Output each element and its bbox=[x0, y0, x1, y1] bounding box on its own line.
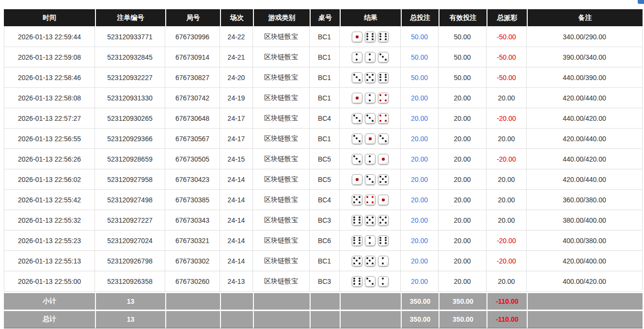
cell-result bbox=[340, 67, 401, 88]
die-face-3 bbox=[352, 113, 362, 124]
summary-valid-bet: 350.00 bbox=[439, 292, 487, 310]
cell-bet-id: 523120932227 bbox=[95, 67, 165, 88]
cell-time: 2026-01-13 22:58:46 bbox=[4, 67, 95, 88]
cut-off-corner-button[interactable] bbox=[638, 0, 644, 4]
die-face-2 bbox=[352, 52, 362, 63]
cell-table-no: BC4 bbox=[310, 190, 340, 210]
table-row: 2026-01-13 22:58:08 523120931330 6767307… bbox=[4, 88, 643, 108]
die-face-5 bbox=[352, 195, 362, 205]
cell-time: 2026-01-13 22:55:13 bbox=[4, 251, 95, 271]
summary-count: 13 bbox=[95, 310, 165, 329]
cell-round-id: 676730302 bbox=[165, 251, 220, 271]
cell-valid-bet: 20.00 bbox=[439, 88, 487, 108]
cell-round-id: 676730260 bbox=[165, 271, 220, 292]
cell-round-id: 676730914 bbox=[165, 47, 220, 67]
cell-total-bet: 20.00 bbox=[401, 108, 439, 129]
cell-remark: 420.00/400.00 bbox=[527, 251, 643, 271]
cell-table-no: BC1 bbox=[310, 251, 340, 271]
cell-remark: 340.00/290.00 bbox=[527, 26, 643, 47]
cell-total-bet: 20.00 bbox=[401, 88, 439, 108]
cell-payout: -20.00 bbox=[487, 149, 527, 169]
dice-result bbox=[341, 256, 399, 266]
cell-table-no: BC1 bbox=[310, 67, 340, 88]
cell-payout: 20.00 bbox=[487, 190, 527, 210]
die-face-1 bbox=[365, 133, 376, 144]
die-face-5 bbox=[352, 256, 362, 266]
die-face-6 bbox=[352, 276, 362, 287]
dice-result bbox=[341, 154, 399, 164]
dice-result bbox=[341, 174, 399, 185]
dice-result bbox=[341, 52, 399, 63]
cell-total-bet: 20.00 bbox=[401, 271, 439, 292]
die-face-6 bbox=[378, 235, 389, 246]
dice-result bbox=[341, 113, 399, 124]
cell-time: 2026-01-13 22:56:02 bbox=[4, 169, 95, 190]
cell-round-id: 676730423 bbox=[165, 169, 220, 190]
summary-empty-cell bbox=[527, 292, 643, 310]
cell-game-type: 区块链骰宝 bbox=[253, 88, 310, 108]
column-header-7: 总投注 bbox=[401, 9, 439, 26]
cell-valid-bet: 50.00 bbox=[439, 26, 487, 47]
cell-payout: -20.00 bbox=[487, 251, 527, 271]
column-header-10: 备注 bbox=[527, 9, 643, 26]
cell-game-type: 区块链骰宝 bbox=[253, 251, 310, 271]
cell-round-id: 676730648 bbox=[165, 108, 220, 129]
cell-table-no: BC5 bbox=[310, 169, 340, 190]
table-row: 2026-01-13 22:56:55 523120929366 6767305… bbox=[4, 129, 643, 149]
dice-result bbox=[341, 133, 399, 144]
die-face-1 bbox=[378, 195, 389, 205]
cell-total-bet: 20.00 bbox=[401, 210, 439, 230]
cell-session: 24-13 bbox=[220, 271, 253, 292]
cell-valid-bet: 50.00 bbox=[439, 67, 487, 88]
cell-bet-id: 523120932845 bbox=[95, 47, 165, 67]
cell-game-type: 区块链骰宝 bbox=[253, 26, 310, 47]
die-face-6 bbox=[352, 215, 362, 226]
cell-session: 24-17 bbox=[220, 108, 253, 129]
table-row: 2026-01-13 22:55:13 523120926798 6767303… bbox=[4, 251, 643, 271]
summary-empty-cell bbox=[340, 310, 401, 329]
cell-game-type: 区块链骰宝 bbox=[253, 230, 310, 251]
die-face-3 bbox=[365, 276, 376, 287]
cell-valid-bet: 20.00 bbox=[439, 190, 487, 210]
cell-table-no: BC4 bbox=[310, 108, 340, 129]
summary-label: 小计 bbox=[4, 292, 95, 310]
cell-result bbox=[340, 47, 401, 67]
table-row: 2026-01-13 22:55:23 523120927024 6767303… bbox=[4, 230, 643, 251]
cell-result bbox=[340, 149, 401, 169]
die-face-3 bbox=[352, 133, 362, 144]
cell-remark: 400.00/420.00 bbox=[527, 271, 643, 292]
cell-result bbox=[340, 169, 401, 190]
table-row: 2026-01-13 22:55:32 523120927227 6767303… bbox=[4, 210, 643, 230]
summary-payout: -110.00 bbox=[487, 310, 527, 329]
die-face-5 bbox=[365, 256, 376, 266]
cell-payout: -50.00 bbox=[487, 67, 527, 88]
cell-valid-bet: 20.00 bbox=[439, 271, 487, 292]
cell-valid-bet: 20.00 bbox=[439, 230, 487, 251]
table-header: 时间注单编号局号场次游戏类别桌号结果总投注有效投注总派彩备注 bbox=[4, 9, 643, 26]
summary-row: 小计 13 350.00 350.00 -110.00 bbox=[4, 292, 643, 310]
column-header-6: 结果 bbox=[340, 9, 401, 26]
cell-table-no: BC6 bbox=[310, 230, 340, 251]
cell-bet-id: 523120931330 bbox=[95, 88, 165, 108]
dice-result bbox=[341, 72, 399, 83]
cell-time: 2026-01-13 22:55:32 bbox=[4, 210, 95, 230]
cell-remark: 440.00/420.00 bbox=[527, 149, 643, 169]
cell-game-type: 区块链骰宝 bbox=[253, 67, 310, 88]
cell-bet-id: 523120929366 bbox=[95, 129, 165, 149]
column-header-4: 游戏类别 bbox=[253, 9, 310, 26]
summary-empty-cell bbox=[310, 292, 340, 310]
cell-session: 24-14 bbox=[220, 210, 253, 230]
die-face-2 bbox=[378, 276, 389, 287]
bet-history-table: 时间注单编号局号场次游戏类别桌号结果总投注有效投注总派彩备注 2026-01-1… bbox=[4, 9, 643, 329]
summary-empty-cell bbox=[340, 292, 401, 310]
cell-remark: 400.00/380.00 bbox=[527, 230, 643, 251]
cell-bet-id: 523120926358 bbox=[95, 271, 165, 292]
cell-valid-bet: 20.00 bbox=[439, 169, 487, 190]
dice-result bbox=[341, 93, 399, 103]
cell-result bbox=[340, 26, 401, 47]
cell-session: 24-15 bbox=[220, 149, 253, 169]
column-header-1: 注单编号 bbox=[95, 9, 165, 26]
cell-remark: 420.00/440.00 bbox=[527, 88, 643, 108]
cell-round-id: 676730742 bbox=[165, 88, 220, 108]
die-face-6 bbox=[352, 235, 362, 246]
